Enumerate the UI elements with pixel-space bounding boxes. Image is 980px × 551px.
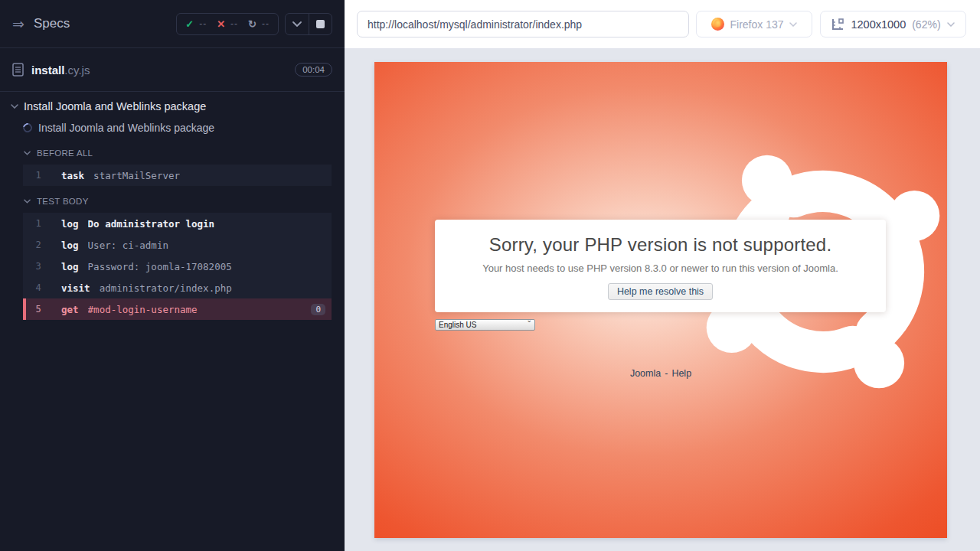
before-all-commands: 1taskstartMailServer [23,165,332,186]
joomla-link[interactable]: Joomla [630,368,661,379]
command-number: 3 [23,261,54,272]
spec-file-icon [12,63,24,77]
spec-file-extension: .cy.js [64,64,90,77]
stop-run-button[interactable] [309,14,332,34]
chevron-down-icon [11,104,18,109]
test-body-commands: 1logDo administrator login2logUser: ci-a… [23,213,332,320]
section-label: TEST BODY [37,197,89,206]
command-number: 2 [23,240,54,250]
command-message: Password: joomla-17082005 [88,261,232,272]
test-tree: Install Joomla and Weblinks package Inst… [0,92,345,320]
cypress-sidebar: ⇒ Specs ✓ -- ✕ -- ↻ -- install.cy.js 0 [0,0,345,551]
section-test-body[interactable]: TEST BODY [0,193,345,210]
command-method: visit [61,282,90,294]
command-number: 5 [23,304,54,315]
url-input[interactable] [357,11,689,37]
app-under-test-frame: Sorry, your PHP version is not supported… [374,62,947,538]
test-stats: ✓ -- ✕ -- ↻ -- [176,13,279,35]
command-count-badge: 0 [311,304,325,315]
command-message: administrator/index.php [100,282,232,294]
command-method: log [61,218,79,230]
error-title: Sorry, your PHP version is not supported… [435,234,886,256]
command-number: 1 [23,218,54,229]
specs-list-icon[interactable]: ⇒ [12,17,24,31]
footer-separator: - [665,368,668,379]
collapse-all-button[interactable] [286,14,309,34]
failed-count: -- [230,18,238,29]
suite-row[interactable]: Install Joomla and Weblinks package [0,96,345,116]
spec-file-name: install.cy.js [31,64,90,77]
chevron-down-icon [292,21,302,27]
command-message: #mod-login-username [88,304,198,315]
viewport-zoom-label: (62%) [912,18,940,31]
help-resolve-button[interactable]: Help me resolve this [608,283,713,300]
runner-topbar: Firefox 137 1200x1000 (62%) [345,0,980,49]
spec-file-basename: install [31,64,64,77]
language-select[interactable]: English US [435,319,535,331]
pending-count: -- [262,18,270,29]
specs-title: Specs [34,16,70,31]
passed-icon: ✓ [185,18,194,30]
section-before-all[interactable]: BEFORE ALL [0,145,345,161]
ruler-icon [831,18,844,31]
passed-count: -- [199,18,207,29]
failed-icon: ✕ [217,18,225,30]
spec-file-row[interactable]: install.cy.js 00:04 [0,48,345,91]
command-row[interactable]: 4visitadministrator/index.php [23,277,332,298]
command-message: User: ci-admin [88,240,168,251]
aut-footer: Joomla-Help [374,368,947,379]
help-link[interactable]: Help [671,368,691,379]
command-method: get [61,304,79,315]
command-number: 1 [23,170,54,181]
chevron-down-icon [947,22,955,27]
language-select-wrap: English US [435,317,535,328]
run-controls [285,13,332,35]
viewport-size-label: 1200x1000 [851,18,906,31]
test-row[interactable]: Install Joomla and Weblinks package [0,118,345,138]
chevron-down-icon [24,199,31,204]
command-row[interactable]: 1taskstartMailServer [23,165,332,186]
runner-main-panel: Firefox 137 1200x1000 (62%) [345,0,980,551]
running-spinner-icon [21,122,34,135]
section-label: BEFORE ALL [37,148,93,158]
command-row[interactable]: 2logUser: ci-admin [23,234,332,256]
browser-label: Firefox 137 [730,18,783,31]
command-row[interactable]: 5get#mod-login-username0 [23,298,332,320]
command-method: log [61,261,79,272]
specs-header: ⇒ Specs ✓ -- ✕ -- ↻ -- [0,0,345,47]
elapsed-time-badge: 00:04 [295,63,332,77]
command-row[interactable]: 3logPassword: joomla-17082005 [23,256,332,277]
command-method: task [61,170,84,181]
command-message: Do administrator login [88,218,215,230]
aut-container: Sorry, your PHP version is not supported… [345,49,980,551]
stop-icon [316,20,325,28]
command-number: 4 [23,282,54,293]
command-row[interactable]: 1logDo administrator login [23,213,332,234]
viewport-selector[interactable]: 1200x1000 (62%) [820,11,966,37]
command-method: log [61,240,79,251]
firefox-icon [711,18,724,31]
error-subtitle: Your host needs to use PHP version 8.3.0… [435,262,886,274]
command-message: startMailServer [93,170,180,181]
suite-title: Install Joomla and Weblinks package [24,100,206,112]
php-error-card: Sorry, your PHP version is not supported… [435,220,886,312]
chevron-down-icon [789,22,797,27]
chevron-down-icon [24,151,31,155]
pending-icon: ↻ [248,18,256,30]
browser-selector[interactable]: Firefox 137 [696,11,812,37]
test-title: Install Joomla and Weblinks package [38,122,214,134]
